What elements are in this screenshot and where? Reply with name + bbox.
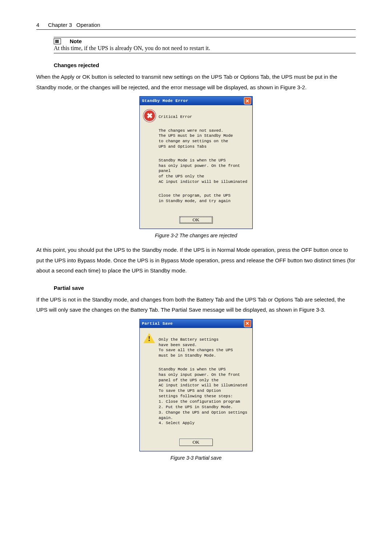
- dialog-line: Critical Error: [159, 114, 249, 120]
- warning-icon: [143, 332, 155, 344]
- dialog-line: The changes were not saved. The UPS must…: [159, 128, 249, 149]
- dialog-title: Standby Mode Error: [142, 99, 188, 103]
- dialog-message: Only the Battery settings have been save…: [159, 332, 247, 434]
- dialog-titlebar: Standby Mode Error ✕: [140, 97, 252, 105]
- dialog-message: Critical Error The changes were not save…: [159, 109, 249, 212]
- section-title-changes-rejected: Changes rejected: [54, 62, 356, 68]
- ok-button[interactable]: OK: [179, 439, 213, 446]
- close-icon[interactable]: ✕: [244, 97, 251, 104]
- dialog-line: Only the Battery settings have been save…: [159, 337, 247, 358]
- para-partial-save: If the UPS is not in the Standby mode, a…: [36, 295, 356, 315]
- page-number: 4: [36, 22, 39, 28]
- section-title-partial-save: Partial save: [54, 285, 356, 291]
- dialog-line: Standby Mode is when the UPS has only in…: [159, 158, 249, 185]
- error-icon: ✖: [143, 110, 155, 121]
- book-icon: [54, 38, 61, 44]
- dialog-standby-mode-error: Standby Mode Error ✕ ✖ Critical Error Th…: [139, 96, 253, 229]
- note-text: At this time, if the UPS is already ON, …: [54, 45, 356, 52]
- chapter-title: Operation: [76, 22, 100, 28]
- header-rule: [36, 29, 356, 30]
- note-label: Note: [70, 38, 82, 44]
- page-header: 4 Chapter 3 Operation: [36, 22, 356, 28]
- close-icon[interactable]: ✕: [244, 320, 251, 327]
- chapter-label: Chapter 3: [48, 22, 72, 28]
- note-top-rule: [54, 37, 356, 37]
- dialog-title: Partial Save: [142, 321, 173, 326]
- figure-caption-3-2: Figure 3-2 The changes are rejected: [36, 233, 356, 238]
- ok-button[interactable]: OK: [179, 216, 213, 223]
- dialog-line: Close the program, put the UPS in Standb…: [159, 193, 249, 204]
- dialog-partial-save: Partial Save ✕ Only the Battery settings…: [139, 319, 253, 451]
- para-after-fig-3-2: At this point, you should put the UPS to…: [36, 245, 356, 276]
- note-header: Note: [54, 38, 356, 44]
- para-changes-rejected: When the Apply or OK button is selected …: [36, 72, 356, 93]
- figure-caption-3-3: Figure 3-3 Partial save: [36, 455, 356, 461]
- dialog-line: Standby Mode is when the UPS has only in…: [159, 367, 247, 426]
- note-bottom-rule: [54, 53, 356, 53]
- dialog-titlebar: Partial Save ✕: [140, 319, 252, 328]
